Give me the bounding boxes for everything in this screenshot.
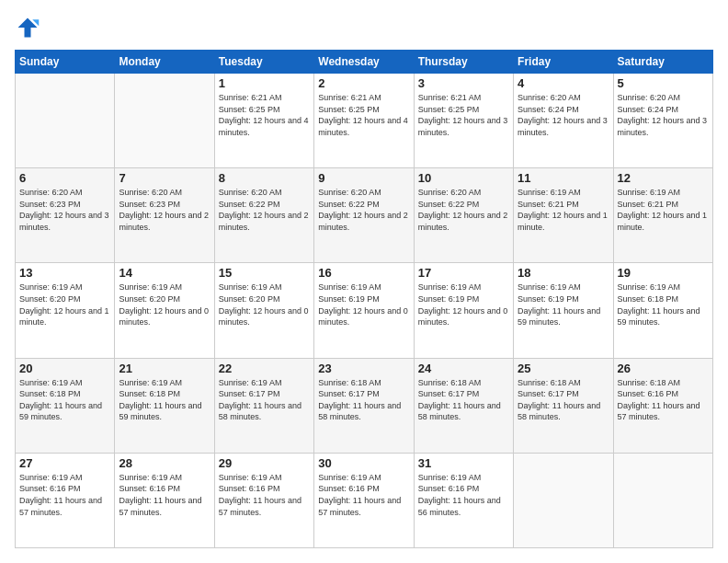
day-info: Sunrise: 6:19 AM Sunset: 6:18 PM Dayligh… [119,377,210,423]
day-info: Sunrise: 6:19 AM Sunset: 6:16 PM Dayligh… [19,472,110,518]
calendar-cell [514,453,613,547]
day-number: 16 [318,266,409,280]
day-number: 5 [618,76,709,90]
day-info: Sunrise: 6:19 AM Sunset: 6:20 PM Dayligh… [119,282,210,327]
day-info: Sunrise: 6:20 AM Sunset: 6:24 PM Dayligh… [518,92,609,138]
day-number: 6 [19,171,110,185]
day-number: 1 [219,76,310,90]
calendar-cell: 26Sunrise: 6:18 AM Sunset: 6:16 PM Dayli… [613,358,712,453]
calendar-cell: 2Sunrise: 6:21 AM Sunset: 6:25 PM Daylig… [314,74,414,168]
day-number: 15 [219,266,310,280]
calendar-cell [613,453,712,547]
calendar-cell: 28Sunrise: 6:19 AM Sunset: 6:16 PM Dayli… [115,453,214,547]
calendar-cell: 25Sunrise: 6:18 AM Sunset: 6:17 PM Dayli… [514,358,613,453]
day-info: Sunrise: 6:18 AM Sunset: 6:17 PM Dayligh… [518,377,609,423]
calendar-cell: 9Sunrise: 6:20 AM Sunset: 6:22 PM Daylig… [314,168,414,263]
day-number: 20 [19,362,110,375]
day-info: Sunrise: 6:19 AM Sunset: 6:19 PM Dayligh… [518,282,609,327]
day-number: 28 [119,456,210,470]
calendar-cell: 27Sunrise: 6:19 AM Sunset: 6:16 PM Dayli… [16,453,115,547]
day-number: 13 [19,266,110,280]
calendar: SundayMondayTuesdayWednesdayThursdayFrid… [15,50,713,548]
calendar-week-row: 27Sunrise: 6:19 AM Sunset: 6:16 PM Dayli… [16,453,713,547]
calendar-week-row: 13Sunrise: 6:19 AM Sunset: 6:20 PM Dayli… [16,263,713,358]
calendar-cell: 22Sunrise: 6:19 AM Sunset: 6:17 PM Dayli… [214,358,313,453]
day-number: 26 [618,362,709,375]
day-number: 9 [318,171,409,185]
day-number: 14 [119,266,210,280]
calendar-week-row: 1Sunrise: 6:21 AM Sunset: 6:25 PM Daylig… [16,74,713,168]
day-number: 19 [618,266,709,280]
day-info: Sunrise: 6:19 AM Sunset: 6:16 PM Dayligh… [219,472,310,518]
calendar-cell: 24Sunrise: 6:18 AM Sunset: 6:17 PM Dayli… [414,358,513,453]
day-info: Sunrise: 6:19 AM Sunset: 6:20 PM Dayligh… [219,282,310,327]
day-number: 29 [219,456,310,470]
day-info: Sunrise: 6:19 AM Sunset: 6:21 PM Dayligh… [518,187,609,233]
calendar-cell: 4Sunrise: 6:20 AM Sunset: 6:24 PM Daylig… [514,74,613,168]
day-number: 10 [418,171,509,185]
calendar-cell: 18Sunrise: 6:19 AM Sunset: 6:19 PM Dayli… [514,263,613,358]
day-info: Sunrise: 6:20 AM Sunset: 6:23 PM Dayligh… [119,187,210,233]
weekday-header-friday: Friday [514,51,613,74]
weekday-header-saturday: Saturday [613,51,712,74]
day-number: 18 [518,266,609,280]
day-number: 27 [19,456,110,470]
day-info: Sunrise: 6:18 AM Sunset: 6:17 PM Dayligh… [318,377,409,423]
logo-icon [15,15,40,40]
calendar-cell: 31Sunrise: 6:19 AM Sunset: 6:16 PM Dayli… [414,453,513,547]
calendar-cell: 19Sunrise: 6:19 AM Sunset: 6:18 PM Dayli… [613,263,712,358]
calendar-cell: 13Sunrise: 6:19 AM Sunset: 6:20 PM Dayli… [16,263,115,358]
calendar-cell: 20Sunrise: 6:19 AM Sunset: 6:18 PM Dayli… [16,358,115,453]
calendar-week-row: 20Sunrise: 6:19 AM Sunset: 6:18 PM Dayli… [16,358,713,453]
calendar-cell: 1Sunrise: 6:21 AM Sunset: 6:25 PM Daylig… [214,74,313,168]
calendar-cell: 23Sunrise: 6:18 AM Sunset: 6:17 PM Dayli… [314,358,414,453]
calendar-cell: 21Sunrise: 6:19 AM Sunset: 6:18 PM Dayli… [115,358,214,453]
day-number: 2 [318,76,409,90]
calendar-week-row: 6Sunrise: 6:20 AM Sunset: 6:23 PM Daylig… [16,168,713,263]
calendar-cell: 11Sunrise: 6:19 AM Sunset: 6:21 PM Dayli… [514,168,613,263]
day-info: Sunrise: 6:21 AM Sunset: 6:25 PM Dayligh… [318,92,409,138]
calendar-cell: 12Sunrise: 6:19 AM Sunset: 6:21 PM Dayli… [613,168,712,263]
day-number: 24 [418,362,509,375]
day-number: 31 [418,456,509,470]
header [15,15,713,40]
calendar-cell: 15Sunrise: 6:19 AM Sunset: 6:20 PM Dayli… [214,263,313,358]
calendar-cell: 16Sunrise: 6:19 AM Sunset: 6:19 PM Dayli… [314,263,414,358]
day-info: Sunrise: 6:19 AM Sunset: 6:18 PM Dayligh… [19,377,110,423]
day-number: 23 [318,362,409,375]
day-number: 11 [518,171,609,185]
day-number: 25 [518,362,609,375]
calendar-cell: 29Sunrise: 6:19 AM Sunset: 6:16 PM Dayli… [214,453,313,547]
weekday-header-sunday: Sunday [16,51,115,74]
day-info: Sunrise: 6:20 AM Sunset: 6:22 PM Dayligh… [318,187,409,233]
calendar-cell: 10Sunrise: 6:20 AM Sunset: 6:22 PM Dayli… [414,168,513,263]
day-info: Sunrise: 6:19 AM Sunset: 6:18 PM Dayligh… [618,282,709,327]
weekday-header-wednesday: Wednesday [314,51,414,74]
day-info: Sunrise: 6:19 AM Sunset: 6:16 PM Dayligh… [418,472,509,518]
day-info: Sunrise: 6:18 AM Sunset: 6:17 PM Dayligh… [418,377,509,423]
day-info: Sunrise: 6:20 AM Sunset: 6:22 PM Dayligh… [219,187,310,233]
weekday-header-monday: Monday [115,51,214,74]
day-info: Sunrise: 6:19 AM Sunset: 6:16 PM Dayligh… [119,472,210,518]
day-number: 22 [219,362,310,375]
calendar-cell: 30Sunrise: 6:19 AM Sunset: 6:16 PM Dayli… [314,453,414,547]
calendar-cell: 8Sunrise: 6:20 AM Sunset: 6:22 PM Daylig… [214,168,313,263]
calendar-cell: 5Sunrise: 6:20 AM Sunset: 6:24 PM Daylig… [613,74,712,168]
calendar-cell: 6Sunrise: 6:20 AM Sunset: 6:23 PM Daylig… [16,168,115,263]
day-info: Sunrise: 6:19 AM Sunset: 6:19 PM Dayligh… [418,282,509,327]
day-number: 21 [119,362,210,375]
day-info: Sunrise: 6:19 AM Sunset: 6:21 PM Dayligh… [618,187,709,233]
weekday-header-tuesday: Tuesday [214,51,313,74]
day-number: 17 [418,266,509,280]
day-number: 3 [418,76,509,90]
day-info: Sunrise: 6:19 AM Sunset: 6:16 PM Dayligh… [318,472,409,518]
calendar-cell: 17Sunrise: 6:19 AM Sunset: 6:19 PM Dayli… [414,263,513,358]
calendar-cell: 3Sunrise: 6:21 AM Sunset: 6:25 PM Daylig… [414,74,513,168]
weekday-header-thursday: Thursday [414,51,513,74]
day-info: Sunrise: 6:18 AM Sunset: 6:16 PM Dayligh… [618,377,709,423]
calendar-cell [16,74,115,168]
day-number: 12 [618,171,709,185]
day-info: Sunrise: 6:20 AM Sunset: 6:24 PM Dayligh… [618,92,709,138]
calendar-cell: 14Sunrise: 6:19 AM Sunset: 6:20 PM Dayli… [115,263,214,358]
day-number: 7 [119,171,210,185]
